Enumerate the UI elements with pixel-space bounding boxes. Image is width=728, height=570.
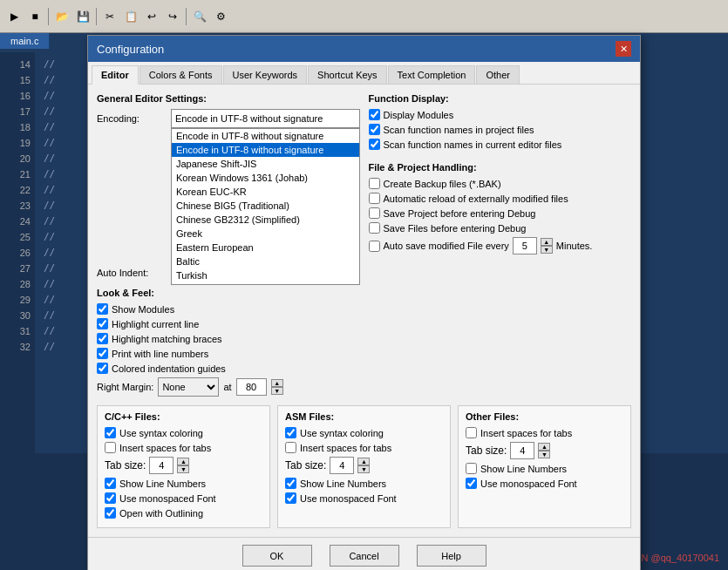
toolbar-btn-settings[interactable]: ⚙ (211, 7, 230, 26)
other-line-numbers-checkbox[interactable] (466, 463, 477, 474)
save-project-checkbox[interactable] (369, 207, 380, 219)
cpp-outlining-row: Open with Outlining (105, 507, 262, 519)
encoding-dropdown-list[interactable]: Encode in UTF-8 without signature Encode… (171, 128, 360, 285)
scan-editor-row: Scan function names in current editor fi… (369, 139, 632, 150)
print-with-checkbox[interactable] (97, 348, 108, 359)
toolbar-btn-1[interactable]: ▶ (4, 7, 24, 26)
auto-reload-checkbox[interactable] (369, 193, 380, 204)
tab-text-completion[interactable]: Text Completion (388, 65, 476, 84)
toolbar-btn-4[interactable]: 💾 (73, 7, 92, 26)
print-with-row: Print with line numbers (97, 348, 360, 359)
asm-monospaced-checkbox[interactable] (285, 492, 296, 504)
other-monospaced-row: Use monospaced Font (466, 478, 623, 489)
show-modules-checkbox[interactable] (97, 303, 108, 315)
tab-other[interactable]: Other (476, 65, 520, 84)
asm-syntax-checkbox[interactable] (285, 427, 296, 438)
display-modules-row: Display Modules (369, 109, 632, 120)
colored-indent-label: Colored indentation guides (112, 363, 226, 374)
cpp-tab-spin-down[interactable]: ▼ (177, 465, 189, 473)
toolbar-btn-3[interactable]: 📂 (52, 7, 71, 26)
cpp-spaces-row: Insert spaces for tabs (105, 442, 262, 453)
toolbar-btn-6[interactable]: 📋 (121, 7, 140, 26)
encoding-option-chinese-gb2312[interactable]: Chinese GB2312 (Simplified) (172, 213, 359, 227)
highlight-braces-label: Highlight matching braces (112, 334, 222, 344)
encoding-option-korean-euc[interactable]: Korean EUC-KR (172, 185, 359, 199)
other-tab-spin-up[interactable]: ▲ (538, 443, 550, 451)
tab-shortcut-keys[interactable]: Shortcut Keys (308, 65, 386, 84)
toolbar-btn-8[interactable]: ↪ (163, 7, 182, 26)
tab-colors-fonts[interactable]: Colors & Fonts (139, 65, 222, 84)
cpp-tab-spin-up[interactable]: ▲ (177, 458, 189, 465)
right-margin-spin-down[interactable]: ▼ (271, 387, 283, 395)
encoding-option-turkish[interactable]: Turkish (172, 268, 359, 282)
cpp-line-numbers-checkbox[interactable] (105, 478, 116, 489)
encoding-option-hebrew[interactable]: Hebrew (172, 282, 359, 285)
other-line-numbers-label: Show Line Numbers (480, 464, 567, 474)
other-monospaced-checkbox[interactable] (466, 478, 477, 489)
right-margin-select[interactable]: None Line (158, 377, 219, 397)
encoding-option-greek[interactable]: Greek (172, 227, 359, 241)
toolbar-btn-5[interactable]: ✂ (100, 7, 119, 26)
save-project-label: Save Project before entering Debug (384, 208, 536, 219)
auto-save-spin-down[interactable]: ▼ (541, 246, 553, 254)
function-display-title: Function Display: (369, 93, 632, 104)
dialog-close-button[interactable]: ✕ (616, 41, 631, 57)
auto-save-spin-up[interactable]: ▲ (541, 238, 553, 246)
tab-editor[interactable]: Editor (92, 65, 139, 85)
other-tab-size-row: Tab size: ▲ ▼ (466, 442, 623, 459)
auto-save-minutes-input[interactable] (513, 237, 537, 254)
asm-tab-spin-down[interactable]: ▼ (357, 465, 370, 473)
asm-line-numbers-checkbox[interactable] (285, 478, 296, 489)
cpp-syntax-checkbox[interactable] (105, 427, 116, 438)
backup-checkbox[interactable] (369, 178, 380, 189)
file-project-title: File & Project Handling: (369, 162, 632, 173)
encoding-option-korean-windows[interactable]: Korean Windows 1361 (Johab) (172, 171, 359, 185)
cpp-syntax-label: Use syntax coloring (119, 428, 203, 438)
highlight-braces-checkbox[interactable] (97, 333, 108, 344)
highlight-line-checkbox[interactable] (97, 318, 108, 329)
asm-tab-spin-up[interactable]: ▲ (357, 458, 370, 465)
show-modules-row: Show Modules (97, 303, 360, 315)
other-tab-size-input[interactable] (510, 442, 534, 459)
save-files-checkbox[interactable] (369, 222, 380, 234)
encoding-option-utf8-nosig-2[interactable]: Encode in UTF-8 without signature (172, 143, 359, 157)
encoding-option-japanese[interactable]: Japanese Shift-JIS (172, 157, 359, 171)
cpp-tab-size-input[interactable] (149, 457, 173, 474)
colored-indent-checkbox[interactable] (97, 363, 108, 374)
encoding-option-utf8-nosig[interactable]: Encode in UTF-8 without signature (172, 129, 359, 143)
toolbar-btn-7[interactable]: ↩ (142, 7, 161, 26)
encoding-option-baltic[interactable]: Baltic (172, 254, 359, 268)
cancel-button[interactable]: Cancel (330, 545, 399, 567)
auto-save-checkbox[interactable] (369, 241, 380, 252)
display-modules-checkbox[interactable] (369, 109, 380, 120)
encoding-input[interactable] (171, 109, 360, 128)
other-files-title: Other Files: (466, 411, 623, 422)
right-margin-spinbox[interactable] (236, 378, 267, 396)
toolbar-btn-2[interactable]: ■ (25, 7, 44, 26)
asm-spaces-row: Insert spaces for tabs (285, 442, 443, 453)
right-panel: Function Display: Display Modules Scan f… (369, 93, 632, 400)
cpp-line-numbers-label: Show Line Numbers (119, 478, 206, 489)
file-tabs: main.c (0, 33, 50, 49)
other-tab-spin-down[interactable]: ▼ (538, 451, 550, 458)
scan-editor-checkbox[interactable] (369, 139, 380, 150)
cpp-spaces-label: Insert spaces for tabs (119, 443, 211, 453)
other-spaces-checkbox[interactable] (466, 427, 477, 438)
asm-tab-size-input[interactable] (330, 457, 354, 474)
right-margin-spin-btns: ▲ ▼ (271, 379, 283, 395)
auto-save-row: Auto save modified File every ▲ ▼ Minute… (369, 237, 632, 254)
toolbar-btn-search[interactable]: 🔍 (190, 7, 209, 26)
cpp-monospaced-checkbox[interactable] (105, 492, 116, 504)
help-button[interactable]: Help (417, 545, 486, 567)
scan-project-checkbox[interactable] (369, 124, 380, 135)
right-margin-spin-up[interactable]: ▲ (271, 379, 283, 387)
tab-user-keywords[interactable]: User Keywords (223, 65, 308, 84)
cpp-spaces-checkbox[interactable] (105, 442, 116, 453)
ok-button[interactable]: OK (242, 545, 312, 567)
encoding-option-eastern[interactable]: Eastern European (172, 241, 359, 254)
asm-spaces-checkbox[interactable] (285, 442, 296, 453)
file-tab-main[interactable]: main.c (0, 33, 50, 49)
cpp-outlining-checkbox[interactable] (105, 507, 116, 519)
encoding-option-chinese-big5[interactable]: Chinese BIG5 (Traditional) (172, 199, 359, 213)
cpp-files-title: C/C++ Files: (105, 411, 262, 422)
